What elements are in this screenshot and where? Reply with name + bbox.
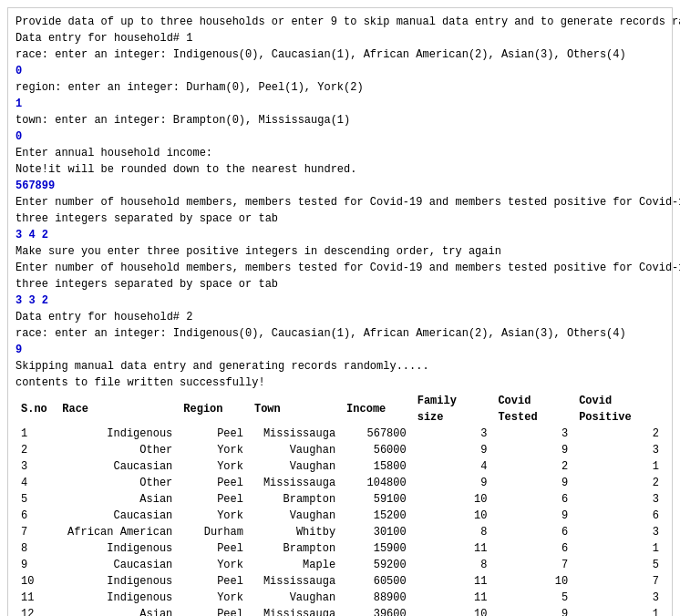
cell-0-0: 1 — [15, 426, 57, 442]
col-header-3: Town — [249, 393, 341, 426]
cell-6-0: 7 — [15, 524, 57, 540]
output-line-15: Enter number of household members, membe… — [15, 260, 665, 276]
cell-2-5: 4 — [412, 458, 493, 475]
table-row: 5AsianPeelBrampton591001063 — [15, 491, 665, 508]
cell-6-6: 6 — [492, 524, 573, 540]
cell-8-4: 59200 — [341, 557, 412, 573]
cell-2-7: 1 — [573, 458, 665, 475]
cell-3-1: Other — [57, 475, 178, 491]
cell-2-1: Caucasian — [57, 458, 178, 475]
cell-9-2: Peel — [178, 573, 249, 590]
output-line-1: Data entry for household# 1 — [15, 30, 665, 46]
cell-5-3: Vaughan — [249, 508, 341, 524]
cell-10-2: York — [178, 590, 249, 606]
cell-10-4: 88900 — [341, 590, 412, 606]
output-line-23: contents to file written successfully! — [15, 375, 665, 391]
output-line-8: Enter annual household income: — [15, 145, 665, 161]
cell-5-5: 10 — [412, 508, 493, 524]
cell-8-7: 5 — [573, 557, 665, 573]
cell-7-5: 11 — [412, 540, 493, 557]
output-line-18: Data entry for household# 2 — [15, 309, 665, 325]
cell-6-4: 30100 — [341, 524, 412, 540]
cell-4-0: 5 — [15, 491, 57, 508]
cell-11-0: 12 — [15, 606, 57, 616]
cell-10-5: 11 — [412, 590, 493, 606]
output-line-19: race: enter an integer: Indigenous(0), C… — [15, 325, 665, 342]
cell-1-0: 2 — [15, 442, 57, 458]
cell-4-3: Brampton — [249, 491, 341, 508]
cell-9-6: 10 — [492, 573, 573, 590]
cell-8-0: 9 — [15, 557, 57, 573]
cell-6-2: Durham — [178, 524, 249, 540]
cell-9-7: 7 — [573, 573, 665, 590]
cell-6-7: 3 — [573, 524, 665, 540]
col-header-7: Covid Positive — [573, 393, 665, 426]
cell-4-2: Peel — [178, 491, 249, 508]
output-line-16: three integers separated by space or tab — [15, 276, 665, 293]
cell-8-3: Maple — [249, 557, 341, 573]
table-row: 9CaucasianYorkMaple59200875 — [15, 557, 665, 573]
cell-0-3: Mississauga — [249, 426, 341, 442]
cell-7-3: Brampton — [249, 540, 341, 557]
output-line-4: region: enter an integer: Durham(0), Pee… — [15, 79, 665, 96]
cell-5-7: 6 — [573, 508, 665, 524]
output-line-22: Skipping manual data entry and generatin… — [15, 358, 665, 375]
cell-10-3: Vaughan — [249, 590, 341, 606]
cell-4-4: 59100 — [341, 491, 412, 508]
cell-9-5: 11 — [412, 573, 493, 590]
output-line-9: Note!it will be rounded down to the near… — [15, 161, 665, 178]
cell-4-1: Asian — [57, 491, 178, 508]
cell-4-5: 10 — [412, 491, 493, 508]
cell-8-6: 7 — [492, 557, 573, 573]
cell-8-5: 8 — [412, 557, 493, 573]
cell-5-4: 15200 — [341, 508, 412, 524]
cell-11-3: Mississauga — [249, 606, 341, 616]
col-header-5: Family size — [412, 393, 493, 426]
cell-2-2: York — [178, 458, 249, 475]
cell-1-6: 9 — [492, 442, 573, 458]
cell-4-7: 3 — [573, 491, 665, 508]
table-row: 7African AmericanDurhamWhitby30100863 — [15, 524, 665, 540]
cell-3-7: 2 — [573, 475, 665, 491]
table-row: 3CaucasianYorkVaughan15800421 — [15, 458, 665, 475]
table-row: 12AsianPeelMississauga396001091 — [15, 606, 665, 616]
results-table: S.noRaceRegionTownIncomeFamily sizeCovid… — [15, 393, 665, 616]
cell-7-7: 1 — [573, 540, 665, 557]
cell-10-0: 11 — [15, 590, 57, 606]
col-header-0: S.no — [15, 393, 57, 426]
cell-10-1: Indigenous — [57, 590, 178, 606]
cell-0-4: 567800 — [341, 426, 412, 442]
table-row: 4OtherPeelMississauga104800992 — [15, 475, 665, 491]
cell-6-3: Whitby — [249, 524, 341, 540]
cell-3-6: 9 — [492, 475, 573, 491]
cell-2-6: 2 — [492, 458, 573, 475]
cell-3-0: 4 — [15, 475, 57, 491]
cell-9-4: 60500 — [341, 573, 412, 590]
cell-0-7: 2 — [573, 426, 665, 442]
cell-3-2: Peel — [178, 475, 249, 491]
cell-3-4: 104800 — [341, 475, 412, 491]
cell-8-1: Caucasian — [57, 557, 178, 573]
cell-9-3: Mississauga — [249, 573, 341, 590]
cell-7-4: 15900 — [341, 540, 412, 557]
output-line-11: Enter number of household members, membe… — [15, 194, 665, 210]
cell-9-1: Indigenous — [57, 573, 178, 590]
cell-6-1: African American — [57, 524, 178, 540]
table-row: 2OtherYorkVaughan56000993 — [15, 442, 665, 458]
cell-11-1: Asian — [57, 606, 178, 616]
cell-5-0: 6 — [15, 508, 57, 524]
cell-11-2: Peel — [178, 606, 249, 616]
table-row: 8IndigenousPeelBrampton159001161 — [15, 540, 665, 557]
table-row: 6CaucasianYorkVaughan152001096 — [15, 508, 665, 524]
cell-7-0: 8 — [15, 540, 57, 557]
cell-7-2: Peel — [178, 540, 249, 557]
cell-9-0: 10 — [15, 573, 57, 590]
cell-10-6: 5 — [492, 590, 573, 606]
col-header-1: Race — [57, 393, 178, 426]
table-row: 1IndigenousPeelMississauga567800332 — [15, 426, 665, 442]
output-line-17: 3 3 2 — [15, 293, 665, 309]
cell-1-5: 9 — [412, 442, 493, 458]
cell-11-7: 1 — [573, 606, 665, 616]
cell-0-1: Indigenous — [57, 426, 178, 442]
cell-1-1: Other — [57, 442, 178, 458]
